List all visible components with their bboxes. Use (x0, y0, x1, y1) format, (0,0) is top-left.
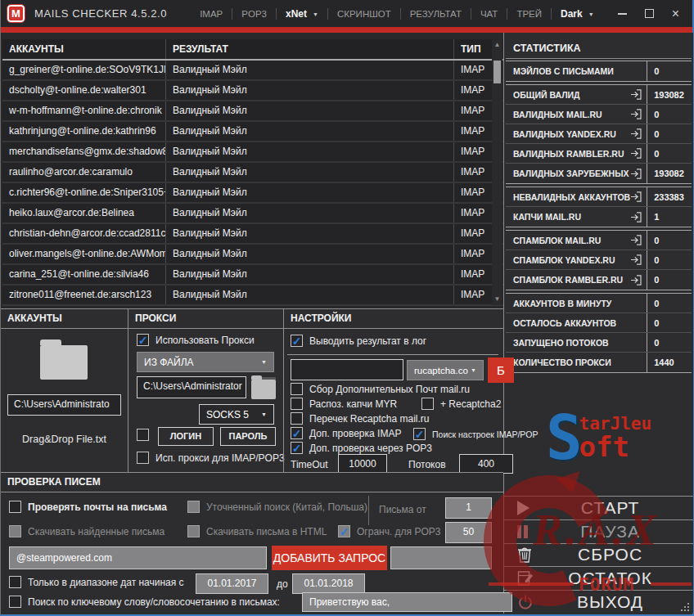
action-power-button[interactable]: ВЫХОД (504, 590, 693, 614)
log-output-checkbox[interactable]: Выводить результат в лог (291, 335, 426, 347)
close-icon[interactable]: × (672, 9, 679, 18)
export-icon[interactable] (630, 147, 642, 160)
minimize-icon[interactable] (618, 13, 627, 15)
extra-imap-check-checkbox[interactable]: Доп. проверка IMAP (291, 427, 401, 439)
table-scrollbar[interactable]: ▲ ▼ (492, 39, 502, 305)
maximize-icon[interactable] (645, 9, 654, 18)
extra-pop3-check-checkbox[interactable]: Доп. проверка через POP3 (291, 442, 432, 454)
table-row[interactable]: g_greiner@t-online.de:SOoV9TK1JNВалидный… (2, 61, 503, 81)
stat-value: 0 (647, 61, 692, 81)
export-icon[interactable] (630, 274, 642, 286)
proxy-auth-checkbox[interactable] (137, 429, 149, 441)
collect-extra-mail-checkbox[interactable]: Сбор Дополнительных Почт mail.ru (291, 383, 470, 395)
stat-value: 0 (647, 144, 692, 163)
table-row[interactable]: heiko.laux@arcor.de:BelineaВалидный Мэйл… (2, 204, 503, 224)
stat-value: 1440 (647, 353, 692, 372)
table-row[interactable]: merchandisefans@gmx.de:shadow87Валидный … (2, 142, 503, 163)
column-header-accounts[interactable]: АККАУНТЫ (2, 39, 166, 59)
date-from-input[interactable]: 01.01.2017 (196, 573, 268, 594)
menu-item-pop3[interactable]: POP3 (232, 9, 276, 19)
scrollbar-thumb[interactable] (493, 61, 501, 83)
action-trash-button[interactable]: СБРОС (504, 543, 693, 567)
stat-label: ЗАПУЩЕНО ПОТОКОВ (513, 338, 609, 348)
table-row[interactable]: kathrinjung@t-online.de:kathrin96Валидны… (2, 122, 503, 142)
stat-group: ОБЩИЙ ВАЛИД193082ВАЛИДНЫХ MAIL.RU0ВАЛИДН… (506, 84, 692, 184)
resize-grip[interactable] (679, 601, 689, 611)
proxy-password-button[interactable]: ПАРОЛЬ (220, 427, 276, 446)
proxy-source-dropdown[interactable]: ИЗ ФАЙЛА ▼ (137, 352, 274, 372)
action-play-button[interactable]: СТАРТ (504, 496, 693, 519)
add-query-button[interactable]: ДОБАВИТЬ ЗАПРОС (272, 546, 387, 570)
export-icon[interactable] (630, 168, 642, 180)
stat-value: 0 (647, 250, 692, 269)
action-save-button[interactable]: ОСТАТОК (504, 566, 693, 590)
pop3-limit-checkbox[interactable]: Огранч. для POP3 (338, 525, 440, 537)
column-header-result[interactable]: РЕЗУЛЬТАТ (166, 39, 454, 59)
scroll-up-icon[interactable]: ▲ (494, 39, 501, 51)
export-icon[interactable] (630, 108, 642, 120)
proxy-for-imap-pop3-checkbox[interactable]: Исп. прокси для IMAP/POP3 (137, 452, 285, 464)
browse-proxy-button[interactable] (251, 377, 276, 399)
perechek-recaptcha-checkbox[interactable]: Перечек Recaptcha mail.ru (291, 412, 429, 425)
keyword-input[interactable]: Приветствую вас, (302, 592, 512, 612)
export-icon[interactable] (630, 128, 642, 140)
captcha-service-dropdown[interactable]: rucaptcha.co ▼ (407, 360, 484, 380)
export-icon[interactable] (630, 211, 642, 223)
letters-to-input[interactable]: 50 (445, 522, 492, 543)
download-html-checkbox[interactable]: Скачивать письма в HTML (187, 525, 327, 537)
proxy-login-button[interactable]: ЛОГИН (158, 427, 214, 446)
action-pause-button[interactable]: ПАУЗА (504, 519, 693, 543)
table-row[interactable]: oliver.mangels@t-online.de:AWMomВалидный… (2, 245, 503, 265)
menu-item-скриншот[interactable]: СКРИНШОТ (328, 9, 400, 19)
export-icon[interactable] (630, 254, 642, 266)
proxy-type-dropdown[interactable]: SOCKS 5 ▼ (199, 404, 274, 425)
menu-item-dark[interactable]: Dark▼ (552, 8, 603, 20)
menu-item-imap[interactable]: IMAP (191, 9, 232, 19)
dragdrop-zone[interactable]: C:\Users\Administrato Drag&Drop File.txt (1, 329, 128, 473)
export-icon[interactable] (630, 191, 642, 203)
accounts-panel: АККАУНТЫ C:\Users\Administrato Drag&Drop… (1, 309, 128, 472)
menu-item-трей[interactable]: ТРЕЙ (507, 9, 551, 19)
stat-value: 193082 (647, 164, 692, 183)
table-row[interactable]: c.richter96@t-online.de:Sniper3105+Валид… (2, 183, 503, 204)
menu-item-чат[interactable]: ЧАТ (471, 9, 507, 19)
keyword-search-checkbox[interactable]: Поиск по ключевому слову/словосочетанию … (9, 596, 280, 608)
stat-row: ЗАПУЩЕНО ПОТОКОВ0 (506, 333, 692, 353)
extra-query-input[interactable] (390, 546, 492, 569)
download-letters-checkbox[interactable]: Скачивать найденные письма (9, 525, 164, 537)
export-icon[interactable] (630, 234, 642, 246)
captcha-key-input[interactable] (291, 359, 403, 380)
date-range-checkbox[interactable]: Только в диапазоне дат начиная с (9, 576, 184, 588)
proxy-panel-title: ПРОКСИ (128, 309, 283, 329)
stat-row: НЕВАЛИДНЫХ АККАУНТОВ233383 (506, 187, 692, 207)
account-cell: zitrone011@freenet.de:arsch123 (2, 286, 166, 304)
menu-item-результат[interactable]: РЕЗУЛЬТАТ (401, 9, 471, 19)
menu-item-xnet[interactable]: xNet▼ (277, 8, 327, 20)
myr-captcha-checkbox[interactable]: Распоз. капчи MYR (291, 398, 397, 410)
check-letters-checkbox[interactable]: Проверять почты на письма (9, 501, 167, 513)
letters-from-input[interactable]: 1 (445, 497, 492, 519)
accounts-table: АККАУНТЫ РЕЗУЛЬТАТ ТИП g_greiner@t-onlin… (1, 33, 503, 308)
recaptcha2-checkbox[interactable]: + Recaptcha2 (421, 398, 501, 410)
threads-label: Потоков (408, 459, 446, 470)
table-row[interactable]: dscholty@t-online.de:walter301Валидный М… (2, 81, 503, 101)
scroll-down-icon[interactable]: ▼ (494, 294, 501, 305)
table-row[interactable]: zitrone011@freenet.de:arsch123Валидный М… (2, 286, 503, 306)
accounts-path-field[interactable]: C:\Users\Administrato (7, 394, 121, 416)
query-input[interactable]: @steampowered.com (9, 546, 267, 569)
play-icon (517, 501, 552, 515)
stat-row: КОЛИЧЕСТВО ПРОКСИ1440 (506, 353, 692, 372)
date-to-input[interactable]: 01.01.2018 (292, 573, 365, 594)
table-row[interactable]: raulinho@arcor.de:caramuloВалидный МэйлI… (2, 163, 503, 183)
stat-row: СПАМБЛОК YANDEX.RU0 (506, 250, 692, 270)
export-icon[interactable] (630, 88, 642, 101)
use-proxy-checkbox[interactable]: Использовать Прокси (137, 334, 255, 346)
table-row[interactable]: christian-dehn@arcor.de:ccad2811ccВалидн… (2, 224, 503, 245)
stat-label: ВАЛИДНЫХ YANDEX.RU (513, 129, 616, 139)
table-row[interactable]: w-m-hoffmann@t-online.de:chronikВалидный… (2, 101, 503, 122)
refined-search-checkbox[interactable]: Уточненный поиск (Китай, Польша) (187, 501, 367, 513)
trash-icon (517, 546, 552, 563)
proxy-path-field[interactable]: C:\Users\Administrator (137, 376, 246, 398)
timeout-input[interactable]: 10000 (338, 454, 387, 474)
table-row[interactable]: carina_251@t-online.de:silvia46Валидный … (2, 265, 503, 286)
